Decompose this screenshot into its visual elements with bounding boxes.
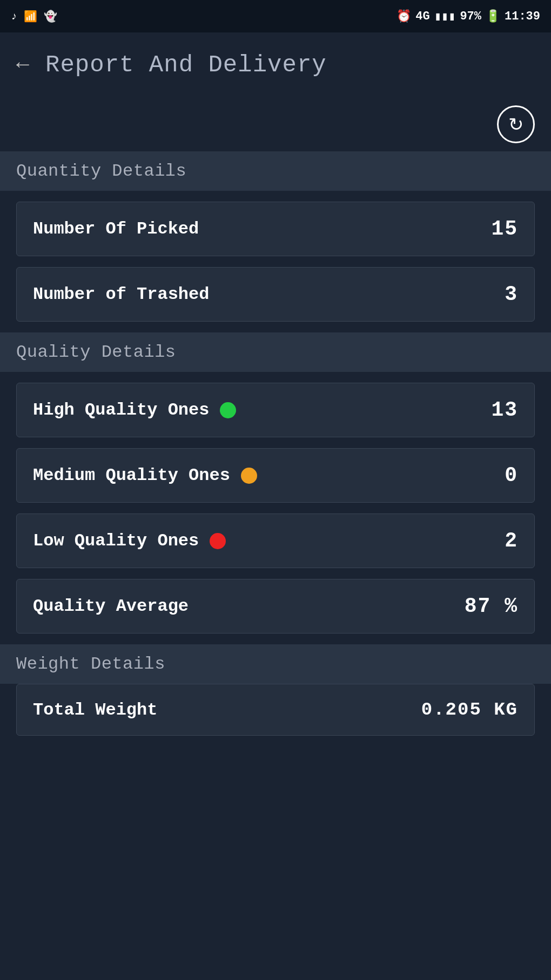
wifi-icon: 📶 (24, 10, 37, 23)
time-label: 11:39 (505, 10, 540, 23)
number-of-trashed-label: Number of Trashed (33, 284, 209, 304)
number-of-picked-value: 15 (491, 217, 518, 241)
quality-average-card: Quality Average 87 % (16, 579, 535, 634)
number-of-trashed-card: Number of Trashed 3 (16, 267, 535, 322)
status-bar-right: ⏰ 4G ▮▮▮ 97% 🔋 11:39 (397, 9, 540, 24)
number-of-picked-label: Number Of Picked (33, 219, 199, 239)
signal-icon: ▮▮▮ (434, 9, 456, 24)
status-bar-left: ♪ 📶 👻 (11, 10, 57, 23)
low-quality-value: 2 (505, 529, 518, 552)
total-weight-value: 0.205 KG (421, 699, 518, 720)
battery-label: 97% (460, 10, 481, 23)
music-note-icon: ♪ (11, 10, 17, 23)
high-quality-label: High Quality Ones (33, 400, 236, 420)
high-quality-card: High Quality Ones 13 (16, 383, 535, 437)
weight-details-header: Weight Details (0, 644, 551, 684)
quality-details-header: Quality Details (0, 332, 551, 372)
quantity-details-header: Quantity Details (0, 151, 551, 191)
medium-quality-dot (241, 468, 257, 484)
network-4g-label: 4G (415, 10, 429, 23)
number-of-trashed-value: 3 (505, 283, 518, 306)
refresh-button[interactable]: ↻ (497, 105, 535, 143)
medium-quality-value: 0 (505, 464, 518, 487)
status-bar: ♪ 📶 👻 ⏰ 4G ▮▮▮ 97% 🔋 11:39 (0, 0, 551, 32)
refresh-area: ↻ (0, 97, 551, 151)
page-title: Report And Delivery (45, 51, 327, 78)
header: ← Report And Delivery (0, 32, 551, 97)
medium-quality-card: Medium Quality Ones 0 (16, 448, 535, 503)
weight-details-cards: Total Weight 0.205 KG (0, 684, 551, 736)
low-quality-dot (210, 533, 226, 549)
quality-details-cards: High Quality Ones 13 Medium Quality Ones… (0, 372, 551, 644)
quality-average-label: Quality Average (33, 596, 189, 616)
total-weight-card: Total Weight 0.205 KG (16, 684, 535, 736)
total-weight-label: Total Weight (33, 700, 157, 720)
number-of-picked-card: Number Of Picked 15 (16, 202, 535, 256)
back-button[interactable]: ← (16, 53, 29, 77)
alarm-icon: ⏰ (397, 9, 411, 24)
high-quality-value: 13 (491, 398, 518, 422)
high-quality-dot (220, 402, 236, 418)
quantity-details-cards: Number Of Picked 15 Number of Trashed 3 (0, 191, 551, 332)
battery-icon: 🔋 (486, 9, 500, 24)
low-quality-card: Low Quality Ones 2 (16, 514, 535, 568)
ghost-icon: 👻 (44, 10, 57, 23)
quality-average-value: 87 % (465, 595, 518, 618)
low-quality-label: Low Quality Ones (33, 531, 226, 551)
medium-quality-label: Medium Quality Ones (33, 465, 257, 485)
